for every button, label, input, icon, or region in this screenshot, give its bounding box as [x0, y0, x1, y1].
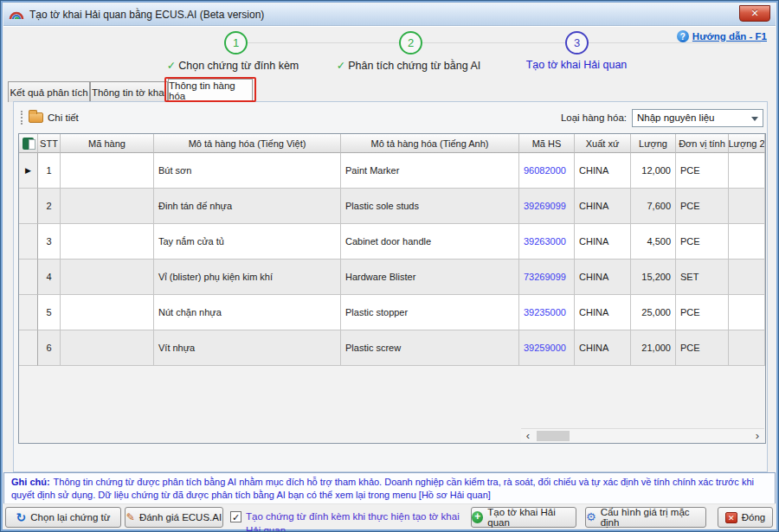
check-icon: ✓	[337, 60, 345, 72]
cell-ma-hs[interactable]: 73269099	[519, 260, 575, 295]
default-values-config-button[interactable]: ⚙ Cấu hình giá trị mặc định	[585, 507, 706, 528]
cell-mo-ta-vi: Tay nắm cửa tủ	[154, 224, 341, 260]
tab-thong-tin-to-khai[interactable]: Thông tin tờ khai	[90, 81, 168, 102]
col-header-luong[interactable]: Lượng	[631, 134, 676, 153]
tab-thong-tin-hang-hoa[interactable]: Thông tin hàng hóa	[168, 79, 253, 102]
cell-stt: 1	[38, 153, 61, 189]
close-button[interactable]: ✕ Đóng	[718, 507, 773, 528]
cell-luong-2	[729, 189, 765, 224]
cell-ma-hang	[61, 330, 154, 366]
select-all-cell[interactable]	[19, 134, 38, 153]
table-row[interactable]: 2 Đinh tán đế nhựa Plastic sole studs 39…	[19, 189, 765, 224]
cell-luong: 15,200	[631, 260, 676, 295]
cell-ma-hs[interactable]: 39235000	[519, 295, 575, 330]
cell-stt: 2	[38, 189, 61, 224]
create-attachment-checkbox[interactable]: ✓ Tạo chứng từ đính kèm khi thực hiện tạ…	[230, 510, 475, 532]
help-link-label: Hướng dẫn - F1	[692, 31, 767, 42]
help-link[interactable]: ? Hướng dẫn - F1	[677, 30, 767, 42]
col-header-ma-hang[interactable]: Mã hàng	[61, 134, 154, 153]
cell-luong: 12,000	[631, 153, 676, 189]
current-row-arrow-icon: ▶	[25, 166, 31, 175]
col-header-ma-hs[interactable]: Mã HS	[519, 134, 575, 153]
table-row[interactable]: 3 Tay nắm cửa tủ Cabinet door handle 392…	[19, 224, 765, 260]
row-selector-cell[interactable]	[19, 330, 38, 366]
row-selector-cell[interactable]	[19, 189, 38, 224]
step-1-circle: 1	[224, 31, 248, 54]
cell-luong: 7,600	[631, 189, 676, 224]
cell-ma-hs[interactable]: 39269099	[519, 189, 575, 224]
cell-don-vi: PCE	[676, 189, 729, 224]
cell-mo-ta-en: Cabinet door handle	[341, 224, 519, 260]
step-2-label: ✓Phân tích chứng từ bằng AI	[337, 59, 480, 72]
cell-luong-2	[729, 260, 765, 295]
excel-export-icon	[23, 138, 34, 150]
cell-mo-ta-vi: Nút chặn nhựa	[154, 295, 341, 330]
cell-don-vi: PCE	[676, 153, 729, 189]
checkbox-check-icon[interactable]: ✓	[230, 511, 241, 522]
toolbar-grip-handle[interactable]	[21, 111, 23, 125]
table-header-row: STT Mã hàng Mô tả hàng hóa (Tiếng Việt) …	[19, 134, 765, 153]
row-selector-cell[interactable]	[19, 260, 38, 295]
create-declaration-button[interactable]: + Tạo tờ khai Hải quan	[471, 507, 576, 528]
goods-type-dropdown[interactable]: Nhập nguyên liệu	[632, 109, 763, 127]
reselect-documents-button[interactable]: ↻ Chọn lại chứng từ	[5, 507, 121, 528]
cell-xuat-xu: CHINA	[575, 189, 631, 224]
table-row[interactable]: 4 Vỉ (blister) phụ kiện kim khí Hardware…	[19, 260, 765, 295]
scrollbar-thumb[interactable]	[537, 431, 570, 441]
note-panel: Ghi chú:Thông tin chứng từ được phân tíc…	[3, 472, 776, 505]
col-header-stt[interactable]: STT	[38, 134, 61, 153]
col-header-luong-2[interactable]: Lượng 2	[729, 134, 765, 153]
scroll-right-icon[interactable]: ›	[750, 430, 764, 442]
cell-stt: 4	[38, 260, 61, 295]
cell-ma-hang	[61, 153, 154, 189]
step-3-label: Tạo tờ khai Hải quan	[526, 59, 628, 71]
app-window: Tạo tờ khai Hải quan bằng ECUS.AI (Beta …	[0, 0, 779, 532]
pencil-form-icon: ✎	[126, 512, 135, 522]
horizontal-scrollbar[interactable]: ‹ ›	[521, 428, 764, 442]
table-row[interactable]: 6 Vít nhựa Plastic screw 39259000 CHINA …	[19, 330, 765, 366]
rate-ecusai-button[interactable]: ✎ Đánh giá ECUS.AI	[125, 507, 223, 528]
cell-luong-2	[729, 224, 765, 260]
cell-stt: 6	[38, 330, 61, 366]
cell-luong: 25,000	[631, 295, 676, 330]
cell-xuat-xu: CHINA	[575, 330, 631, 366]
col-header-xuat-xu[interactable]: Xuất xứ	[575, 134, 631, 153]
check-icon: ✓	[167, 60, 176, 72]
refresh-icon: ↻	[16, 512, 27, 522]
col-header-mo-ta-en[interactable]: Mô tả hàng hóa (Tiếng Anh)	[341, 134, 519, 153]
step-3-circle: 3	[565, 31, 589, 54]
cell-don-vi: PCE	[676, 330, 729, 366]
row-selector-cell[interactable]	[19, 295, 38, 330]
detail-button[interactable]: Chi tiết	[48, 112, 79, 123]
tab-bar: Kết quả phân tích Thông tin tờ khai Thôn…	[3, 77, 776, 102]
col-header-mo-ta-vi[interactable]: Mô tả hàng hóa (Tiếng Việt)	[154, 134, 341, 153]
step-1-label: ✓Chọn chứng từ đính kèm	[167, 59, 299, 72]
row-selector-cell[interactable]: ▶	[19, 153, 38, 189]
cell-mo-ta-en: Plastic sole studs	[341, 189, 519, 224]
titlebar: Tạo tờ khai Hải quan bằng ECUS.AI (Beta …	[3, 3, 776, 26]
table-row[interactable]: ▶ 1 Bút sơn Paint Marker 96082000 CHINA …	[19, 153, 765, 189]
grid-toolbar: Chi tiết Loại hàng hóa: Nhập nguyên liệu	[17, 106, 763, 129]
close-window-button[interactable]: ✕	[739, 5, 770, 22]
cell-mo-ta-vi: Vỉ (blister) phụ kiện kim khí	[154, 260, 341, 295]
col-header-don-vi-tinh[interactable]: Đơn vị tính	[676, 134, 729, 153]
checkbox-label: Tạo chứng từ đính kèm khi thực hiện tạo …	[246, 510, 475, 532]
cell-mo-ta-vi: Vít nhựa	[154, 330, 341, 366]
cell-xuat-xu: CHINA	[575, 295, 631, 330]
cell-ma-hs[interactable]: 39259000	[519, 330, 575, 366]
cell-ma-hang	[61, 295, 154, 330]
table-row[interactable]: 5 Nút chặn nhựa Plastic stopper 39235000…	[19, 295, 765, 330]
help-icon: ?	[677, 30, 689, 42]
goods-table: STT Mã hàng Mô tả hàng hóa (Tiếng Việt) …	[18, 133, 766, 444]
tab-ket-qua-phan-tich[interactable]: Kết quả phân tích	[8, 81, 90, 102]
cell-luong-2	[729, 153, 765, 189]
app-logo-icon	[9, 9, 24, 21]
cell-ma-hs[interactable]: 39263000	[519, 224, 575, 260]
cell-mo-ta-en: Plastic stopper	[341, 295, 519, 330]
cell-xuat-xu: CHINA	[575, 260, 631, 295]
cell-mo-ta-en: Plastic screw	[341, 330, 519, 366]
scroll-left-icon[interactable]: ‹	[521, 430, 535, 442]
cell-ma-hs[interactable]: 96082000	[519, 153, 575, 189]
row-selector-cell[interactable]	[19, 224, 38, 260]
cell-luong-2	[729, 330, 765, 366]
